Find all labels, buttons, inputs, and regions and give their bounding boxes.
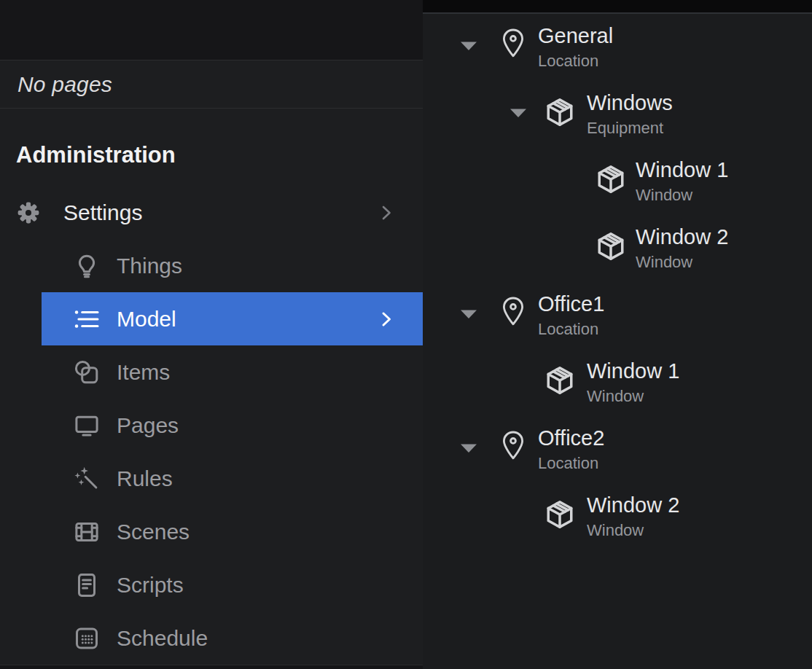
triangle-down-icon[interactable]	[509, 107, 528, 119]
gear-icon	[16, 200, 41, 225]
location-pin-icon	[501, 430, 526, 462]
sidebar-item-pages[interactable]: Pages	[42, 399, 423, 452]
tree-item-title: Office2	[538, 425, 604, 451]
sidebar-item-scenes[interactable]: Scenes	[42, 505, 423, 558]
tree-item-office2-window-2[interactable]: Window 2 Window	[423, 492, 812, 559]
square-on-circle-icon	[73, 359, 100, 386]
tree-item-subtitle: Location	[538, 453, 604, 473]
display-icon	[73, 412, 100, 439]
sidebar-item-schedule[interactable]: Schedule	[42, 611, 423, 665]
triangle-down-icon[interactable]	[459, 40, 478, 52]
tree-item-title: Window 2	[636, 224, 728, 250]
cube-icon	[596, 164, 626, 195]
model-tree: General Location	[423, 14, 812, 559]
cube-icon	[544, 499, 575, 530]
tree-item-windows[interactable]: Windows Equipment	[423, 90, 812, 157]
cube-icon	[544, 97, 575, 128]
triangle-down-icon[interactable]	[459, 442, 478, 454]
sidebar-item-things[interactable]: Things	[42, 239, 423, 292]
sidebar-item-rules[interactable]: Rules	[42, 452, 423, 505]
tree-item-window-2[interactable]: Window 2 Window	[423, 224, 812, 291]
location-pin-icon	[501, 28, 526, 60]
tree-item-office1[interactable]: Office1 Location	[423, 291, 812, 358]
film-icon	[73, 519, 100, 545]
sidebar-item-settings[interactable]: Settings	[0, 186, 423, 239]
lightbulb-icon	[73, 253, 100, 279]
list-indent-icon	[73, 306, 100, 332]
triangle-down-icon[interactable]	[459, 308, 478, 320]
chevron-right-icon	[377, 203, 396, 222]
tree-item-subtitle: Window	[636, 252, 728, 272]
tree-item-window-1[interactable]: Window 1 Window	[423, 157, 812, 224]
panel-top-bar	[423, 0, 812, 14]
sidebar-item-label: Settings	[63, 200, 142, 225]
sidebar-item-model[interactable]: Model	[42, 292, 423, 345]
tree-item-subtitle: Location	[538, 51, 613, 71]
tree-item-subtitle: Equipment	[587, 118, 673, 138]
tree-item-office1-window-1[interactable]: Window 1 Window	[423, 358, 812, 425]
sidebar-item-label: Scripts	[117, 573, 184, 598]
sidebar-top-area	[0, 0, 423, 60]
tree-item-office2[interactable]: Office2 Location	[423, 425, 812, 492]
sidebar-item-label: Items	[117, 360, 170, 385]
tree-item-title: General	[538, 23, 613, 49]
tree-item-title: Window 2	[587, 492, 679, 518]
cube-icon	[596, 231, 626, 262]
sidebar-item-label: Scenes	[117, 520, 190, 544]
administration-section-title: Administration	[16, 142, 423, 168]
sidebar-item-items[interactable]: Items	[42, 345, 423, 399]
sidebar-item-scripts[interactable]: Scripts	[42, 558, 423, 611]
wand-stars-icon	[73, 466, 100, 492]
sidebar-bottom-strip	[0, 665, 423, 669]
tree-item-general[interactable]: General Location	[423, 23, 812, 90]
sidebar-item-label: Model	[117, 307, 176, 332]
app-window: No pages Administration	[0, 0, 812, 669]
tree-item-subtitle: Location	[538, 319, 604, 339]
tree-item-title: Window 1	[636, 157, 728, 183]
tree-item-subtitle: Window	[587, 520, 679, 540]
no-pages-label: No pages	[17, 72, 112, 97]
sidebar-item-label: Things	[117, 254, 182, 278]
sidebar: No pages Administration	[0, 0, 423, 669]
calendar-icon	[73, 625, 100, 652]
admin-menu: Settings Things	[0, 186, 423, 665]
tree-item-title: Office1	[538, 291, 604, 317]
tree-item-subtitle: Window	[636, 185, 728, 205]
tree-item-title: Windows	[587, 90, 673, 116]
sidebar-item-label: Rules	[117, 466, 173, 491]
location-pin-icon	[501, 296, 526, 328]
tree-item-title: Window 1	[587, 358, 679, 384]
cube-icon	[544, 365, 575, 396]
sidebar-item-label: Schedule	[117, 626, 208, 651]
chevron-right-icon	[377, 310, 396, 329]
model-tree-panel: General Location	[423, 0, 812, 669]
sidebar-item-label: Pages	[117, 413, 179, 438]
doc-text-icon	[73, 572, 100, 598]
no-pages-row: No pages	[0, 60, 423, 109]
tree-item-subtitle: Window	[587, 386, 679, 406]
